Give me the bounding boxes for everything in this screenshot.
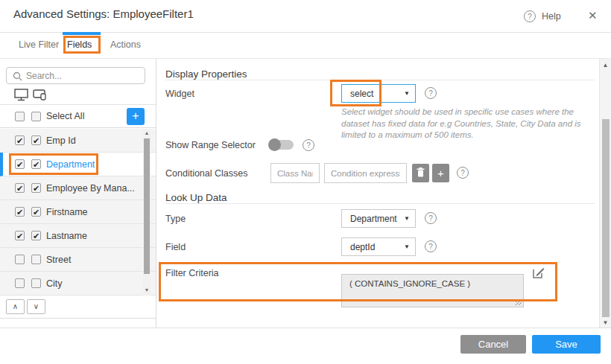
chevron-down-icon: ▼: [404, 215, 410, 222]
mobile-checkbox[interactable]: [31, 255, 41, 264]
device-column-headers: [0, 86, 156, 105]
mobile-checkbox[interactable]: [31, 278, 41, 288]
trash-icon: [417, 167, 425, 179]
web-checkbox[interactable]: [15, 207, 25, 217]
widget-helper-text: Select widget should be used in specific…: [341, 106, 598, 141]
pencil-icon: [536, 268, 545, 276]
mobile-checkbox[interactable]: [31, 135, 41, 145]
web-checkbox[interactable]: [15, 278, 25, 288]
scroll-up-icon[interactable]: ▲: [143, 130, 151, 137]
main-scrollbar[interactable]: ▲ ▼: [599, 59, 611, 328]
field-row-label: Lastname: [46, 231, 87, 241]
field-select-value: deptId: [350, 242, 375, 252]
delete-class-button[interactable]: [412, 164, 429, 182]
mobile-checkbox[interactable]: [31, 231, 41, 240]
field-row-label: Firstname: [46, 207, 88, 217]
sidebar-scrollbar-thumb[interactable]: [144, 138, 150, 274]
type-label: Type: [165, 214, 186, 224]
condition-expression-input[interactable]: [324, 163, 407, 183]
resize-handle[interactable]: [516, 299, 522, 305]
chevron-down-icon: ▼: [404, 90, 410, 97]
move-down-button[interactable]: ∨: [27, 299, 45, 314]
chevron-down-icon: ▼: [404, 243, 410, 250]
move-up-button[interactable]: ∧: [6, 299, 25, 314]
scroll-down-icon[interactable]: ▼: [600, 319, 611, 326]
scroll-up-icon[interactable]: ▲: [600, 62, 611, 68]
main-scrollbar-thumb[interactable]: [602, 119, 610, 317]
widget-select-value: select: [350, 89, 373, 99]
section-look-up-data: Look Up Data: [165, 192, 227, 203]
search-icon: [13, 71, 22, 84]
field-row-label: Department: [46, 159, 95, 170]
field-row-label: Street: [46, 255, 71, 265]
select-all-web-checkbox[interactable]: [15, 112, 25, 121]
active-tab-indicator: [63, 32, 101, 35]
filter-criteria-textarea[interactable]: ( CONTAINS_IGNORE_CASE ): [341, 274, 524, 307]
show-range-selector-label: Show Range Selector: [165, 140, 256, 150]
field-row-lastname[interactable]: Lastname: [0, 224, 156, 248]
mobile-checkbox[interactable]: [31, 183, 41, 193]
help-link[interactable]: Help: [542, 11, 561, 22]
filter-criteria-label: Filter Criteria: [165, 268, 219, 278]
add-field-button[interactable]: +: [127, 108, 145, 125]
web-checkbox[interactable]: [15, 231, 25, 240]
page-title: Advanced Settings: EmployeeFilter1: [13, 7, 194, 20]
save-button[interactable]: Save: [532, 335, 601, 354]
select-all-mobile-checkbox[interactable]: [31, 112, 41, 121]
tab-fields[interactable]: Fields: [67, 39, 92, 50]
show-range-selector-help-icon[interactable]: ?: [303, 139, 314, 151]
field-row-emp-id[interactable]: Emp Id: [0, 129, 156, 153]
web-checkbox[interactable]: [15, 255, 25, 264]
field-row-employee-by-mana[interactable]: Employee By Mana...: [0, 176, 156, 200]
section-divider: [165, 80, 595, 80]
field-select[interactable]: deptId ▼: [341, 237, 416, 256]
cancel-button[interactable]: Cancel: [460, 335, 526, 354]
field-row-label: Employee By Mana...: [46, 183, 135, 194]
mobile-checkbox[interactable]: [31, 207, 41, 217]
desktop-icon: [14, 89, 28, 104]
scroll-down-icon[interactable]: ▼: [143, 287, 151, 294]
mobile-checkbox[interactable]: [31, 159, 41, 169]
show-range-selector-toggle[interactable]: [268, 138, 295, 151]
add-class-button[interactable]: +: [432, 164, 449, 182]
field-help-icon[interactable]: ?: [425, 240, 437, 252]
field-row-street[interactable]: Street: [0, 248, 156, 272]
search-box: [6, 67, 145, 84]
close-icon[interactable]: ✕: [588, 9, 598, 22]
sidebar-footer-divider: [0, 318, 156, 319]
web-checkbox[interactable]: [15, 183, 25, 193]
web-checkbox[interactable]: [15, 135, 25, 145]
web-checkbox[interactable]: [15, 159, 25, 169]
field-list: Emp IdDepartmentEmployee By Mana...First…: [0, 129, 156, 364]
field-row-label: City: [46, 278, 63, 289]
footer-divider: [0, 328, 611, 328]
widget-label: Widget: [165, 89, 194, 99]
type-help-icon[interactable]: ?: [425, 212, 437, 224]
type-select-value: Department: [350, 214, 397, 224]
fields-sidebar: Select All + Emp IdDepartmentEmployee By…: [0, 59, 156, 328]
section-divider-2: [165, 203, 595, 204]
filter-criteria-value: ( CONTAINS_IGNORE_CASE ): [349, 279, 470, 288]
widget-select[interactable]: select ▼: [341, 84, 416, 103]
section-display-properties: Display Properties: [165, 68, 247, 80]
mobile-device-icon: [33, 89, 47, 103]
edit-filter-criteria-button[interactable]: [531, 266, 545, 283]
class-name-input[interactable]: [270, 163, 320, 183]
field-row-label: Emp Id: [46, 135, 76, 146]
sidebar-scrollbar[interactable]: ▲ ▼: [143, 129, 151, 296]
field-label: Field: [165, 242, 186, 252]
select-all-label: Select All: [46, 111, 84, 121]
search-input[interactable]: [26, 68, 142, 83]
conditional-classes-help-icon[interactable]: ?: [457, 167, 469, 179]
toggle-knob: [268, 138, 281, 151]
help-icon[interactable]: ?: [524, 10, 536, 22]
type-select[interactable]: Department ▼: [341, 209, 416, 228]
conditional-classes-label: Conditional Classes: [165, 168, 247, 179]
tab-live-filter[interactable]: Live Filter: [19, 39, 59, 50]
field-row-city[interactable]: City: [0, 272, 156, 296]
select-all-row: Select All +: [0, 105, 156, 128]
widget-help-icon[interactable]: ?: [425, 87, 437, 99]
field-row-firstname[interactable]: Firstname: [0, 200, 156, 224]
tab-actions[interactable]: Actions: [110, 39, 141, 50]
field-row-department[interactable]: Department: [0, 153, 156, 176]
